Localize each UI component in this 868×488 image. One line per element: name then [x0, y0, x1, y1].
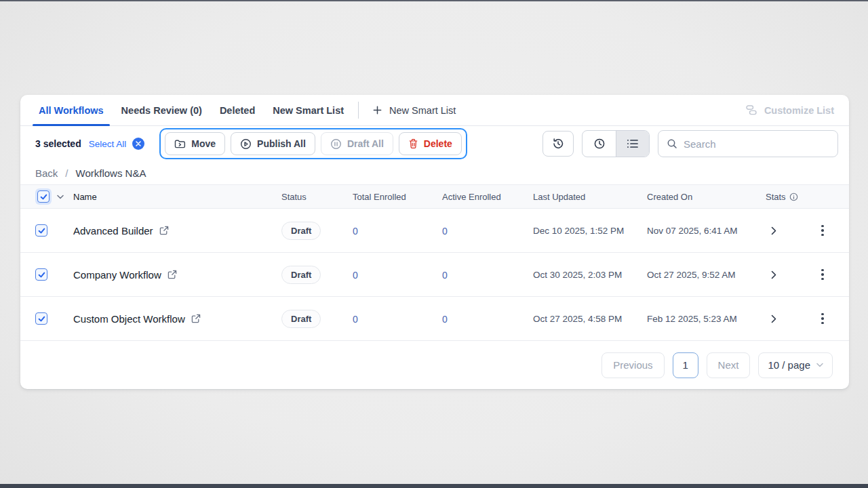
last-updated-cell: Dec 10 2025, 1:52 PM — [533, 226, 647, 236]
external-link-icon[interactable] — [159, 226, 169, 235]
row-checkbox[interactable] — [35, 312, 47, 325]
tab-new-smart-list[interactable]: New Smart List — [264, 95, 353, 125]
clear-selection-button[interactable] — [132, 138, 144, 150]
created-on-cell: Feb 12 2025, 5:23 AM — [647, 314, 766, 324]
row-menu-cell — [813, 310, 849, 327]
page-size-select[interactable]: 10 / page — [758, 352, 833, 378]
tab-all-workflows[interactable]: All Workflows — [30, 95, 113, 125]
search-input[interactable] — [684, 138, 829, 150]
stats-cell — [766, 314, 813, 323]
current-page-button[interactable]: 1 — [673, 352, 698, 378]
workflow-name[interactable]: Company Workflow — [73, 269, 161, 281]
header-stats: Stats — [766, 192, 813, 202]
tab-label: All Workflows — [39, 105, 104, 116]
external-link-icon[interactable] — [167, 270, 177, 279]
active-enrolled-cell: 0 — [442, 269, 533, 281]
active-enrolled-value[interactable]: 0 — [442, 226, 448, 237]
row-checkbox[interactable] — [35, 268, 47, 281]
previous-page-button[interactable]: Previous — [601, 352, 664, 378]
tab-bar: All Workflows Needs Review (0) Deleted N… — [20, 95, 849, 126]
header-last-updated: Last Updated — [533, 192, 647, 202]
workflow-name[interactable]: Custom Object Workflow — [73, 313, 185, 325]
chevron-right-icon[interactable] — [766, 270, 776, 279]
select-all-checkbox[interactable] — [37, 190, 50, 203]
active-enrolled-value[interactable]: 0 — [442, 270, 448, 281]
stats-header-label: Stats — [766, 192, 786, 202]
total-enrolled-value[interactable]: 0 — [353, 314, 358, 325]
page-size-value: 10 / page — [768, 359, 810, 371]
select-all-link[interactable]: Select All — [89, 139, 127, 149]
table-row: Advanced Builder Draft 0 0 Dec 10 2025, … — [20, 209, 849, 253]
external-link-icon[interactable] — [191, 314, 201, 323]
created-on-cell: Nov 07 2025, 6:41 AM — [647, 226, 766, 236]
chevron-right-icon[interactable] — [766, 226, 776, 235]
publish-all-label: Publish All — [257, 138, 306, 149]
tab-divider — [358, 102, 359, 119]
status-badge: Draft — [281, 222, 321, 240]
pagination: Previous 1 Next 10 / page — [20, 341, 849, 389]
status-cell: Draft — [281, 310, 353, 328]
tab-deleted[interactable]: Deleted — [211, 95, 264, 125]
pause-circle-icon — [330, 138, 342, 150]
publish-all-button[interactable]: Publish All — [231, 132, 315, 155]
move-button[interactable]: Move — [165, 132, 225, 155]
bulk-action-group: Move Publish All D — [159, 128, 467, 159]
breadcrumb-back[interactable]: Back — [35, 167, 58, 179]
new-smart-list-button[interactable]: New Smart List — [364, 95, 464, 125]
last-updated-cell: Oct 30 2025, 2:03 PM — [533, 270, 647, 280]
tab-label: New Smart List — [273, 105, 344, 116]
play-circle-icon — [240, 138, 252, 150]
chevron-right-icon[interactable] — [766, 314, 776, 323]
move-label: Move — [191, 138, 216, 149]
list-icon — [627, 139, 639, 148]
active-enrolled-cell: 0 — [442, 313, 533, 325]
trash-icon — [408, 138, 418, 149]
breadcrumb: Back / Workflows N&A — [20, 161, 849, 184]
active-enrolled-cell: 0 — [442, 225, 533, 237]
selected-count: 3 selected — [35, 138, 81, 149]
delete-button[interactable]: Delete — [399, 132, 462, 155]
kebab-menu-icon[interactable] — [817, 310, 828, 327]
workflow-name-cell: Custom Object Workflow — [73, 313, 281, 325]
tab-needs-review[interactable]: Needs Review (0) — [113, 95, 211, 125]
workflow-name[interactable]: Advanced Builder — [73, 225, 153, 237]
recent-view-button[interactable] — [583, 131, 616, 157]
row-checkbox[interactable] — [35, 224, 47, 237]
workflows-card: All Workflows Needs Review (0) Deleted N… — [20, 95, 849, 389]
clock-icon — [593, 138, 606, 150]
header-status: Status — [281, 192, 353, 202]
next-page-button[interactable]: Next — [707, 352, 751, 378]
workflows-page: All Workflows Needs Review (0) Deleted N… — [0, 0, 868, 488]
row-check-cell — [20, 268, 73, 281]
header-name: Name — [73, 192, 281, 202]
toolbar-right — [542, 130, 838, 157]
kebab-menu-icon[interactable] — [817, 222, 828, 239]
breadcrumb-current: Workflows N&A — [76, 167, 146, 179]
table-row: Company Workflow Draft 0 0 Oct 30 2025, … — [20, 253, 849, 297]
header-check-cell — [20, 188, 73, 205]
header-active-enrolled: Active Enrolled — [442, 192, 533, 202]
status-cell: Draft — [281, 222, 353, 240]
letterbox-bottom — [0, 484, 868, 488]
tab-label: Deleted — [220, 105, 255, 116]
kebab-menu-icon[interactable] — [817, 266, 828, 283]
history-icon — [552, 138, 564, 150]
customize-list-button[interactable]: Customize List — [741, 95, 840, 125]
created-on-cell: Oct 27 2025, 9:52 AM — [647, 270, 766, 280]
total-enrolled-value[interactable]: 0 — [353, 226, 358, 237]
list-view-button[interactable] — [616, 131, 649, 157]
active-enrolled-value[interactable]: 0 — [442, 314, 448, 325]
draft-all-label: Draft All — [347, 138, 384, 149]
table-row: Custom Object Workflow Draft 0 0 Oct 27 … — [20, 297, 849, 341]
row-menu-cell — [813, 266, 849, 283]
history-button[interactable] — [542, 131, 574, 157]
total-enrolled-value[interactable]: 0 — [353, 270, 358, 281]
letterbox-top — [0, 0, 868, 1]
total-enrolled-cell: 0 — [353, 225, 442, 237]
search-container — [658, 130, 838, 157]
draft-all-button[interactable]: Draft All — [321, 132, 393, 155]
stats-cell — [766, 226, 813, 235]
chevron-down-icon[interactable] — [57, 195, 64, 199]
info-icon[interactable] — [789, 192, 798, 201]
total-enrolled-cell: 0 — [353, 313, 442, 325]
